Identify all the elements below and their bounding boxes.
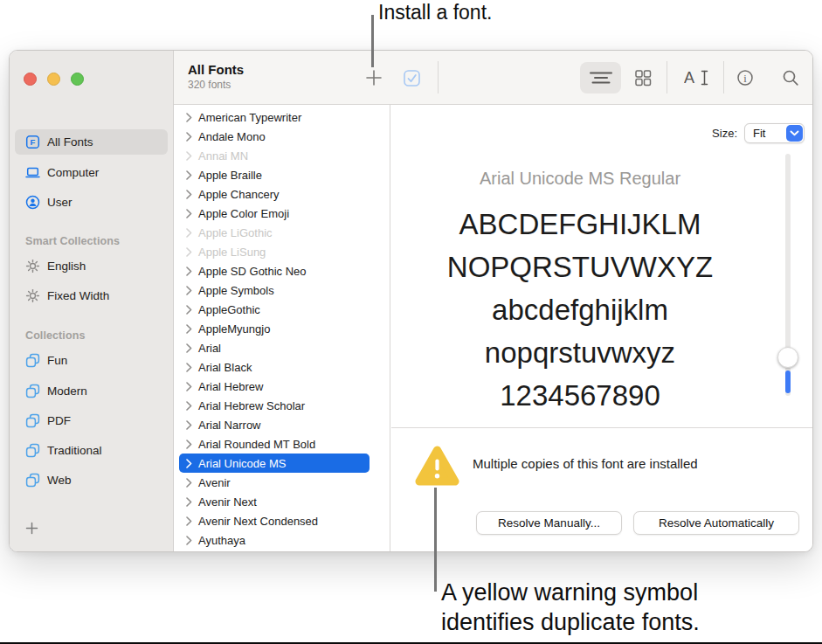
font-row[interactable]: Ayuthaya (179, 530, 370, 550)
font-row[interactable]: AppleGothic (179, 300, 370, 319)
size-dropdown[interactable]: Fit (744, 123, 805, 143)
font-family-name: Apple Chancery (198, 188, 280, 201)
disclosure-chevron-icon[interactable] (186, 516, 192, 526)
font-family-name: Avenir (198, 476, 231, 489)
font-row[interactable]: Arial Narrow (179, 415, 370, 434)
disclosure-chevron-icon[interactable] (186, 228, 192, 238)
font-row[interactable]: Arial Unicode MS (179, 454, 370, 473)
warning-annotation-line1: A yellow warning symbol (441, 578, 700, 607)
sidebar-item-all-fonts[interactable]: F All Fonts (15, 129, 168, 155)
font-row[interactable]: Apple Chancery (179, 184, 370, 204)
disclosure-chevron-icon[interactable] (186, 247, 192, 257)
font-family-name: Arial Hebrew (198, 380, 263, 393)
list-view-button[interactable] (580, 62, 621, 93)
font-family-list: American Typewriter Andale Mono Anna (174, 105, 390, 551)
disclosure-chevron-icon[interactable] (186, 170, 192, 180)
font-row[interactable]: AppleMyungjo (179, 319, 370, 338)
disclosure-chevron-icon[interactable] (186, 536, 192, 545)
disclosure-chevron-icon[interactable] (186, 324, 192, 334)
disclosure-chevron-icon[interactable] (186, 267, 192, 276)
disclosure-chevron-icon[interactable] (186, 286, 192, 295)
sidebar-item-web[interactable]: Web (15, 467, 168, 493)
all-fonts-icon: F (25, 135, 40, 149)
font-row[interactable]: Apple Color Emoji (179, 204, 370, 223)
sidebar-item-fixed-width[interactable]: Fixed Width (15, 283, 168, 308)
font-family-name: American Typewriter (198, 111, 301, 124)
sidebar-item-computer[interactable]: Computer (15, 160, 168, 185)
font-row[interactable]: Arial (179, 338, 370, 357)
font-family-name: Apple LiGothic (198, 226, 273, 239)
disclosure-chevron-icon[interactable] (186, 420, 192, 430)
close-window-button[interactable] (24, 73, 37, 86)
font-row[interactable]: Apple Braille (179, 165, 370, 184)
info-button[interactable]: i (729, 62, 761, 93)
font-row[interactable]: Arial Black (179, 357, 370, 377)
sample-line: ABCDEFGHIJKLM (391, 203, 769, 246)
warning-icon (414, 442, 460, 490)
disclosure-chevron-icon[interactable] (186, 190, 192, 199)
disclosure-chevron-icon[interactable] (186, 459, 192, 468)
disclosure-chevron-icon[interactable] (186, 209, 192, 218)
size-slider-knob[interactable] (777, 347, 798, 368)
add-font-button[interactable] (358, 62, 390, 93)
collection-icon (25, 353, 40, 368)
font-row[interactable]: Avenir Next (179, 492, 370, 511)
font-row[interactable]: Arial Hebrew (179, 377, 370, 396)
window-title: All Fonts (188, 62, 244, 77)
sidebar-item-english[interactable]: English (15, 253, 168, 279)
search-button[interactable] (775, 62, 806, 93)
font-row[interactable]: Apple LiGothic (179, 223, 370, 242)
resolve-manually-button[interactable]: Resolve Manually... (476, 511, 622, 535)
sample-line: NOPQRSTUVWXYZ (391, 246, 769, 288)
resolve-automatically-button[interactable]: Resolve Automatically (633, 511, 799, 535)
svg-text:F: F (31, 137, 36, 147)
minimize-window-button[interactable] (47, 73, 60, 86)
disclosure-chevron-icon[interactable] (186, 132, 192, 142)
size-dropdown-button[interactable] (786, 125, 803, 142)
font-row[interactable]: Avenir (179, 473, 370, 492)
svg-text:i: i (743, 73, 747, 85)
sidebar-item-modern[interactable]: Modern (15, 378, 168, 404)
font-row[interactable]: Apple SD Gothic Neo (179, 261, 370, 280)
disclosure-chevron-icon[interactable] (186, 305, 192, 315)
validate-fonts-button[interactable] (396, 62, 427, 93)
font-row[interactable]: Andale Mono (179, 127, 370, 146)
warning-annotation-line (434, 488, 437, 592)
sidebar-item-pdf[interactable]: PDF (15, 408, 168, 433)
checkbox-icon (403, 69, 421, 87)
disclosure-chevron-icon[interactable] (186, 382, 192, 391)
disclosure-chevron-icon[interactable] (186, 343, 192, 353)
zoom-window-button[interactable] (71, 73, 84, 86)
sample-text-button[interactable]: A (681, 62, 713, 93)
warning-annotation-line2: identifies duplicate fonts. (441, 607, 700, 637)
font-row[interactable]: Avenir Next Condensed (179, 511, 370, 530)
grid-view-icon (634, 69, 652, 87)
sample-text-icon: A (684, 69, 710, 87)
disclosure-chevron-icon[interactable] (186, 151, 192, 161)
grid-view-button[interactable] (627, 62, 659, 93)
sidebar-item-user[interactable]: User (15, 190, 168, 215)
disclosure-chevron-icon[interactable] (186, 113, 192, 122)
font-row[interactable]: Arial Rounded MT Bold (179, 434, 370, 454)
disclosure-chevron-icon[interactable] (186, 401, 192, 411)
toolbar-divider (438, 61, 439, 93)
disclosure-chevron-icon[interactable] (186, 478, 192, 488)
toolbar-divider (667, 61, 667, 93)
disclosure-chevron-icon[interactable] (186, 440, 192, 449)
font-row[interactable]: Arial Hebrew Scholar (179, 396, 370, 415)
font-family-name: Ayuthaya (198, 534, 245, 547)
window-title-block: All Fonts 320 fonts (188, 62, 244, 91)
font-row[interactable]: Apple LiSung (179, 242, 370, 261)
sidebar-item-fun[interactable]: Fun (15, 348, 168, 373)
preview-font-title: Arial Unicode MS Regular (391, 169, 769, 189)
preview-pane: Size: Fit Arial Unicode MS Regular ABCDE… (391, 105, 812, 551)
user-icon (25, 195, 40, 210)
disclosure-chevron-icon[interactable] (186, 363, 192, 372)
disclosure-chevron-icon[interactable] (186, 497, 192, 507)
font-row[interactable]: Annai MN (179, 146, 370, 165)
add-collection-button[interactable] (25, 522, 38, 535)
smart-collections-header: Smart Collections (25, 235, 120, 247)
font-row[interactable]: American Typewriter (179, 107, 370, 127)
font-row[interactable]: Apple Symbols (179, 280, 370, 300)
sidebar-item-traditional[interactable]: Traditional (15, 438, 168, 463)
